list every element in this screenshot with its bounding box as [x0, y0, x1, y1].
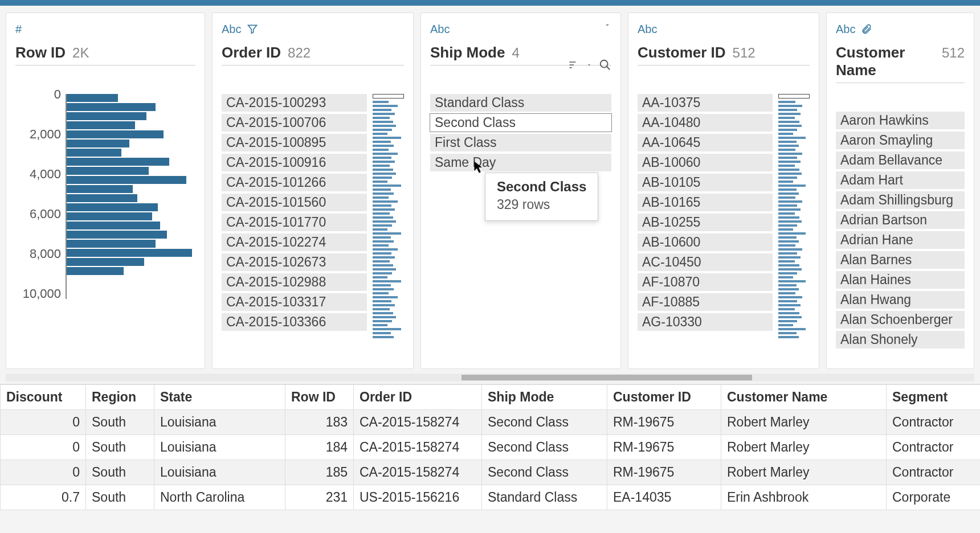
histogram-bar[interactable] — [67, 140, 129, 147]
column-header[interactable]: Region — [86, 385, 154, 410]
card-menu[interactable] — [603, 21, 611, 29]
column-header[interactable]: Ship Mode — [482, 385, 607, 410]
scrollbar-thumb[interactable] — [462, 375, 752, 380]
value-item[interactable]: CA-2015-103366 — [222, 313, 367, 331]
column-header[interactable]: Discount — [1, 385, 86, 410]
value-item[interactable]: CA-2015-100293 — [222, 94, 367, 112]
cell-shipmode[interactable]: Second Class — [482, 460, 607, 485]
cell-custid[interactable]: EA-14035 — [607, 485, 721, 510]
cell-region[interactable]: South — [86, 460, 154, 485]
cell-state[interactable]: Louisiana — [154, 460, 285, 485]
cell-custname[interactable]: Robert Marley — [721, 460, 887, 485]
value-item[interactable]: Aaron Hawkins — [836, 112, 965, 129]
sort-icon[interactable] — [568, 59, 579, 71]
cell-discount[interactable]: 0 — [1, 410, 86, 435]
value-item[interactable]: CA-2015-101266 — [222, 174, 367, 191]
value-item[interactable]: Adrian Hane — [836, 231, 965, 249]
value-item[interactable]: Adam Shillingsburg — [836, 191, 965, 209]
column-header[interactable]: Order ID — [354, 385, 482, 410]
histogram-bar[interactable] — [67, 130, 164, 138]
dropdown-icon[interactable] — [586, 62, 592, 68]
histogram-bar[interactable] — [67, 231, 167, 239]
field-card-rowid[interactable]: # Row ID 2K 02,0004,0006,0008,00010,000 — [6, 13, 205, 369]
value-item[interactable]: Adrian Bartson — [836, 211, 965, 229]
cards-scrollbar[interactable] — [6, 374, 974, 382]
cell-rowid[interactable]: 183 — [285, 410, 354, 435]
cell-orderid[interactable]: US-2015-156216 — [354, 485, 482, 510]
value-item[interactable]: CA-2015-100895 — [222, 134, 367, 151]
cell-rowid[interactable]: 184 — [285, 435, 354, 460]
value-item[interactable]: AA-10375 — [638, 94, 773, 112]
cell-discount[interactable]: 0 — [1, 435, 86, 460]
value-item[interactable]: Standard Class — [430, 94, 611, 112]
column-header[interactable]: Segment — [887, 385, 981, 410]
histogram-bar[interactable] — [67, 112, 146, 120]
cell-custid[interactable]: RM-19675 — [607, 460, 721, 485]
histogram-bar[interactable] — [67, 149, 121, 157]
cell-region[interactable]: South — [86, 435, 154, 460]
cell-region[interactable]: South — [86, 410, 154, 435]
value-item[interactable]: AF-10870 — [638, 273, 773, 291]
histogram-bar[interactable] — [67, 158, 169, 166]
cell-custid[interactable]: RM-19675 — [607, 435, 721, 460]
value-item[interactable]: Alan Haines — [836, 271, 965, 289]
histogram-bar[interactable] — [67, 194, 137, 202]
rowid-histogram[interactable]: 02,0004,0006,0008,00010,000 — [15, 94, 195, 299]
column-header[interactable]: Row ID — [285, 385, 354, 410]
value-item[interactable]: Second Class — [430, 114, 611, 132]
value-item[interactable]: Alan Shonely — [836, 331, 965, 348]
histogram-bar[interactable] — [67, 267, 124, 275]
histogram-bar[interactable] — [67, 240, 156, 248]
value-item[interactable]: AB-10165 — [638, 194, 773, 211]
field-card-shipmode[interactable]: Abc Ship Mode 4 Standard ClassSecond Cla… — [420, 13, 621, 369]
cell-segment[interactable]: Contractor — [887, 410, 981, 435]
minimap[interactable] — [778, 94, 810, 339]
cell-orderid[interactable]: CA-2015-158274 — [354, 435, 482, 460]
search-icon[interactable] — [599, 59, 611, 71]
value-item[interactable]: AC-10450 — [638, 253, 773, 271]
value-item[interactable]: Aaron Smayling — [836, 132, 965, 149]
table-row[interactable]: 0SouthLouisiana184CA-2015-158274Second C… — [1, 435, 981, 460]
cell-shipmode[interactable]: Second Class — [482, 435, 607, 460]
histogram-bar[interactable] — [67, 258, 144, 266]
value-item[interactable]: Same Day — [430, 154, 611, 171]
value-item[interactable]: CA-2015-102673 — [222, 253, 367, 271]
cell-custid[interactable]: RM-19675 — [607, 410, 721, 435]
histogram-bar[interactable] — [67, 121, 135, 129]
histogram-bar[interactable] — [67, 185, 133, 193]
value-item[interactable]: CA-2015-100706 — [222, 114, 367, 132]
cell-rowid[interactable]: 185 — [285, 460, 354, 485]
histogram-bar[interactable] — [67, 103, 156, 111]
filter-icon[interactable] — [247, 23, 258, 35]
value-item[interactable]: AA-10480 — [638, 114, 773, 132]
histogram-bar[interactable] — [67, 222, 160, 229]
value-item[interactable]: CA-2015-102988 — [222, 273, 367, 291]
histogram-bar[interactable] — [67, 249, 192, 257]
cell-custname[interactable]: Robert Marley — [721, 410, 887, 435]
value-item[interactable]: CA-2015-100916 — [222, 154, 367, 171]
cell-rowid[interactable]: 231 — [285, 485, 354, 510]
value-item[interactable]: CA-2015-101560 — [222, 194, 367, 211]
value-item[interactable]: AF-10885 — [638, 293, 773, 311]
table-row[interactable]: 0SouthLouisiana183CA-2015-158274Second C… — [1, 410, 981, 435]
histogram-bar[interactable] — [67, 176, 186, 184]
value-item[interactable]: CA-2015-102274 — [222, 233, 367, 251]
table-row[interactable]: 0.7SouthNorth Carolina231US-2015-156216S… — [1, 485, 981, 510]
cell-state[interactable]: Louisiana — [154, 410, 285, 435]
minimap[interactable] — [373, 94, 404, 339]
field-card-custname[interactable]: Abc Customer Name 512 Aaron HawkinsAaron… — [826, 13, 974, 369]
field-card-orderid[interactable]: Abc Order ID 822 CA-2015-100293CA-2015-1… — [212, 13, 414, 369]
field-card-custid[interactable]: Abc Customer ID 512 AA-10375AA-10480AA-1… — [628, 13, 819, 369]
cell-state[interactable]: North Carolina — [154, 485, 285, 510]
value-item[interactable]: CA-2015-101770 — [222, 214, 367, 231]
value-item[interactable]: CA-2015-103317 — [222, 293, 367, 311]
table-row[interactable]: 0SouthLouisiana185CA-2015-158274Second C… — [1, 460, 981, 485]
value-item[interactable]: Alan Hwang — [836, 291, 965, 309]
column-header[interactable]: State — [154, 385, 285, 410]
cell-custname[interactable]: Robert Marley — [721, 435, 887, 460]
histogram-bar[interactable] — [67, 167, 149, 175]
column-header[interactable]: Customer Name — [721, 385, 887, 410]
value-item[interactable]: AB-10600 — [638, 233, 773, 251]
cell-custname[interactable]: Erin Ashbrook — [721, 485, 887, 510]
data-table[interactable]: DiscountRegionStateRow IDOrder IDShip Mo… — [0, 384, 980, 510]
